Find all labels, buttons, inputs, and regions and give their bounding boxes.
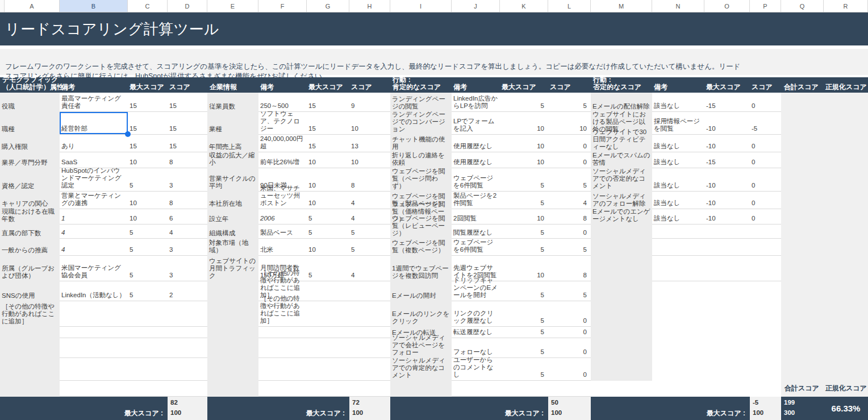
cell-behavior-positive-r0-score[interactable]: 5 bbox=[548, 93, 591, 112]
cell-behavior-negative-r11-label[interactable] bbox=[591, 301, 652, 327]
cell-demographic-r15-max-score[interactable] bbox=[128, 381, 168, 397]
cell-demographic-r3-max-score[interactable]: 10 bbox=[128, 152, 168, 168]
cell-company-r0-max-score[interactable]: 15 bbox=[307, 93, 349, 112]
grand-max-score[interactable]: 300 bbox=[784, 407, 824, 420]
cell-behavior-positive-r13-score[interactable]: 0 bbox=[548, 338, 591, 358]
column-header-N[interactable]: N bbox=[652, 0, 704, 12]
cell-demographic-r15-note[interactable] bbox=[60, 381, 128, 397]
cell-company-r13-label[interactable] bbox=[207, 338, 258, 358]
cell-demographic-r9-label[interactable]: 所属（グループおよび団体） bbox=[0, 256, 60, 281]
cell-behavior-negative-r15-note[interactable] bbox=[652, 381, 704, 397]
cell-demographic-r13-label[interactable] bbox=[0, 338, 60, 358]
cell-company-r11-label[interactable] bbox=[207, 301, 258, 327]
cell-company-r6-score[interactable]: 4 bbox=[349, 209, 390, 224]
column-header-J[interactable]: J bbox=[452, 0, 500, 12]
cell-behavior-negative-r2-note[interactable]: 該当なし bbox=[652, 135, 704, 152]
cell-behavior-negative-r7-max-score[interactable] bbox=[704, 224, 750, 239]
cell-demographic-r6-note[interactable]: 1 bbox=[60, 209, 128, 224]
cell-company-r14-label[interactable] bbox=[207, 358, 258, 381]
header-max-demographic[interactable]: 最大スコア bbox=[130, 84, 164, 91]
cell-demographic-r1-score[interactable]: 15 bbox=[168, 112, 207, 135]
cell-behavior-negative-r8-note[interactable] bbox=[652, 239, 704, 256]
cell-behavior-negative-r11-max-score[interactable] bbox=[704, 301, 750, 327]
cell-demographic-r14-label[interactable] bbox=[0, 358, 60, 381]
cell-behavior-positive-r1-label[interactable]: ランディングページでのコンバージョン bbox=[390, 112, 452, 135]
cell-behavior-negative-r0-note[interactable]: 該当なし bbox=[652, 93, 704, 112]
cell-behavior-negative-r14-label[interactable] bbox=[591, 358, 652, 381]
cell-demographic-r9-max-score[interactable]: 5 bbox=[128, 256, 168, 281]
cell-company-r15-score[interactable] bbox=[349, 381, 390, 397]
cell-company-r15-label[interactable] bbox=[207, 381, 258, 397]
cell-behavior-negative-r11-note[interactable] bbox=[652, 301, 704, 327]
cell-behavior-positive-r12-max-score[interactable]: 5 bbox=[500, 327, 548, 338]
cell-behavior-negative-r9-max-score[interactable] bbox=[704, 256, 750, 281]
cell-demographic-r3-label[interactable]: 業界／専門分野 bbox=[0, 152, 60, 168]
footer-behavior-positive-total-score[interactable]: 50 bbox=[551, 397, 591, 407]
cell-behavior-positive-r9-score[interactable]: 8 bbox=[548, 256, 591, 281]
cell-company-r10-score[interactable] bbox=[349, 281, 390, 301]
cell-company-r9-score[interactable]: 4 bbox=[349, 256, 390, 281]
cell-company-r0-note[interactable]: 250～500 bbox=[258, 93, 307, 112]
cell-behavior-positive-r14-max-score[interactable]: 5 bbox=[500, 358, 548, 381]
cell-demographic-r13-max-score[interactable] bbox=[128, 338, 168, 358]
cell-behavior-positive-r15-label[interactable] bbox=[390, 381, 452, 397]
cell-demographic-r10-label[interactable]: SNSの使用 bbox=[0, 281, 60, 301]
cell-demographic-r7-note[interactable]: 4 bbox=[60, 224, 128, 239]
cell-behavior-negative-r4-score[interactable]: 0 bbox=[750, 168, 781, 192]
footer-max-score-label-demographic[interactable]: 最大スコア : bbox=[0, 407, 163, 420]
cell-demographic-r3-note[interactable]: SaaS bbox=[60, 152, 128, 168]
column-header-K[interactable]: K bbox=[500, 0, 548, 12]
cell-demographic-r12-label[interactable] bbox=[0, 327, 60, 338]
cell-behavior-negative-r9-score[interactable] bbox=[750, 256, 781, 281]
cell-demographic-r15-label[interactable] bbox=[0, 381, 60, 397]
header-max-company[interactable]: 最大スコア bbox=[308, 84, 343, 91]
cell-company-r2-score[interactable]: 13 bbox=[349, 135, 390, 152]
cell-demographic-r13-note[interactable] bbox=[60, 338, 128, 358]
cell-company-r8-label[interactable]: 対象市場（地域） bbox=[207, 239, 258, 256]
cell-behavior-positive-r14-note[interactable]: ユーザーからのコメントなし bbox=[452, 358, 500, 381]
cell-behavior-negative-r8-score[interactable] bbox=[750, 239, 781, 256]
cell-behavior-positive-r14-label[interactable]: ソーシャルメディアでの肯定的なコメント bbox=[390, 358, 452, 381]
cell-demographic-r12-max-score[interactable] bbox=[128, 327, 168, 338]
cell-behavior-negative-r0-label[interactable]: Eメールの配信解除 bbox=[591, 93, 652, 112]
cell-company-r2-note[interactable]: 240,000,000円超 bbox=[258, 135, 307, 152]
grand-total-score[interactable]: 199 bbox=[784, 397, 824, 407]
cell-company-r12-note[interactable] bbox=[258, 327, 307, 338]
sheet-title-cell[interactable]: リードスコアリング計算ツール bbox=[0, 13, 868, 45]
cell-behavior-positive-r14-score[interactable]: 0 bbox=[548, 358, 591, 381]
cell-behavior-negative-r12-max-score[interactable] bbox=[704, 327, 750, 338]
cell-demographic-r9-note[interactable]: 米国マーケティング協会会員 bbox=[60, 256, 128, 281]
footer-behavior-negative-total-score[interactable]: -5 bbox=[753, 397, 781, 407]
cell-behavior-positive-r8-label[interactable]: ウェブページを閲覧（複数ページ） bbox=[390, 239, 452, 256]
cell-demographic-r6-max-score[interactable]: 10 bbox=[128, 209, 168, 224]
cell-behavior-positive-r2-score[interactable]: 0 bbox=[548, 135, 591, 152]
cell-behavior-positive-r4-note[interactable]: ウェブページを6件閲覧 bbox=[452, 168, 500, 192]
cell-behavior-positive-r2-max-score[interactable]: 10 bbox=[500, 135, 548, 152]
cell-demographic-r8-max-score[interactable]: 5 bbox=[128, 239, 168, 256]
cell-demographic-r13-score[interactable] bbox=[168, 338, 207, 358]
cell-behavior-positive-r9-label[interactable]: 1週間でウェブページを複数回訪問 bbox=[390, 256, 452, 281]
cell-company-r0-score[interactable]: 9 bbox=[349, 93, 390, 112]
header-max-behavior-positive[interactable]: 最大スコア bbox=[502, 84, 536, 91]
cell-behavior-negative-r3-max-score[interactable]: -15 bbox=[704, 152, 750, 168]
cell-behavior-negative-r4-max-score[interactable]: -10 bbox=[704, 168, 750, 192]
cell-behavior-positive-r12-score[interactable]: 0 bbox=[548, 327, 591, 338]
cell-company-r5-label[interactable]: 本社所在地 bbox=[207, 192, 258, 209]
cell-behavior-negative-r6-max-score[interactable]: -10 bbox=[704, 209, 750, 224]
cell-behavior-positive-r13-label[interactable]: ソーシャルメディアで会社ページをフォロー bbox=[390, 338, 452, 358]
cell-behavior-negative-r13-max-score[interactable] bbox=[704, 338, 750, 358]
cell-demographic-r1-label[interactable]: 職種 bbox=[0, 112, 60, 135]
cell-company-r3-note[interactable]: 前年比26%増 bbox=[258, 152, 307, 168]
cell-company-r3-score[interactable]: 10 bbox=[349, 152, 390, 168]
footer-max-score-label-company[interactable]: 最大スコア : bbox=[207, 407, 345, 420]
header-note-behavior-positive[interactable]: 備考 bbox=[453, 84, 467, 91]
cell-behavior-negative-r10-score[interactable] bbox=[750, 281, 781, 301]
column-header-D[interactable]: D bbox=[168, 0, 207, 12]
cell-behavior-negative-r1-note[interactable]: 採用情報ページを閲覧 bbox=[652, 112, 704, 135]
cell-behavior-positive-r13-note[interactable]: フォローなし bbox=[452, 338, 500, 358]
cell-company-r8-score[interactable]: 5 bbox=[349, 239, 390, 256]
group-title-behavior-negative[interactable]: 行動： 否定的なスコア bbox=[593, 76, 641, 91]
cell-company-r10-label[interactable] bbox=[207, 281, 258, 301]
cell-company-r10-max-score[interactable] bbox=[307, 281, 349, 301]
group-title-company[interactable]: 企業情報 bbox=[210, 84, 237, 91]
